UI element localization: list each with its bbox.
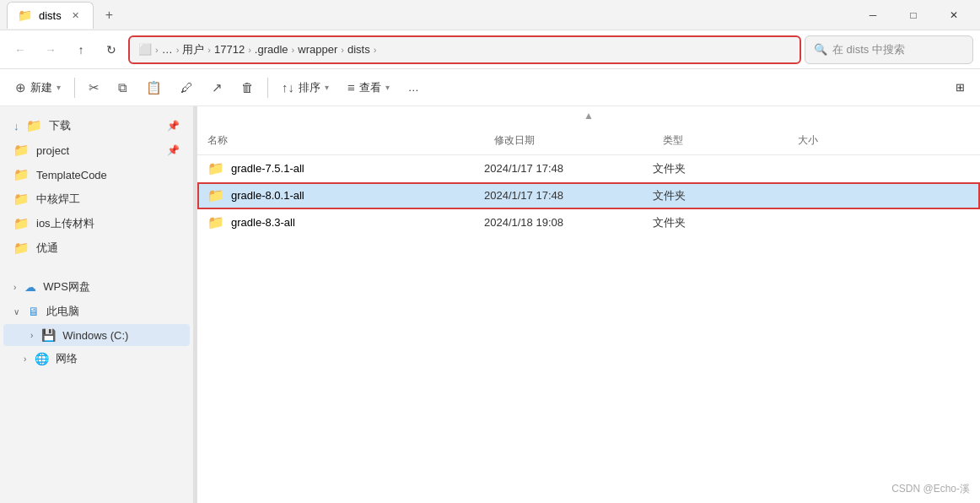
- sidebar-item-thispc[interactable]: ∨ 🖥 此电脑: [3, 300, 190, 323]
- sidebar-item-network[interactable]: › 🌐 网络: [3, 347, 190, 370]
- refresh-button[interactable]: ↻: [98, 36, 125, 63]
- sidebar: ↓ 📁 下载 📌 📁 project 📌 📁 TemplateCode 📁 中核…: [0, 106, 194, 503]
- active-tab[interactable]: 📁 dists ✕: [7, 2, 94, 29]
- sidebar-item-ios[interactable]: 📁 ios上传材料: [3, 212, 190, 235]
- close-button[interactable]: ✕: [934, 2, 973, 29]
- view-button[interactable]: ≡ 查看 ▾: [339, 73, 398, 102]
- sidebar-folder-download: 📁: [26, 118, 42, 133]
- toolbar-sep-2: [267, 78, 268, 98]
- new-dropdown-icon: ▾: [57, 83, 61, 92]
- file-row-gradle83[interactable]: 📁 gradle-8.3-all 2024/1/18 19:08 文件夹: [197, 209, 980, 236]
- file-type-gradle751: 文件夹: [653, 161, 788, 176]
- cut-button[interactable]: ✂: [80, 73, 108, 102]
- forward-button[interactable]: →: [37, 36, 64, 63]
- sidebar-folder-ios: 📁: [13, 216, 30, 231]
- search-icon: 🔍: [814, 43, 827, 56]
- tab-folder-icon: 📁: [18, 8, 32, 22]
- sort-label: 排序: [299, 80, 320, 95]
- path-users[interactable]: 用户: [182, 42, 204, 57]
- path-desktop-icon[interactable]: ⬜: [138, 43, 152, 56]
- file-date-gradle751: 2024/1/17 17:48: [484, 162, 653, 175]
- delete-icon: 🗑: [241, 80, 254, 95]
- col-header-name[interactable]: 名称: [197, 130, 484, 151]
- layout-toggle-button[interactable]: ⊞: [947, 73, 973, 102]
- sidebar-item-zhonghehangong[interactable]: 📁 中核焊工: [3, 187, 190, 211]
- folder-icon-gradle751: 📁: [207, 160, 224, 176]
- sidebar-label-network: 网络: [56, 351, 78, 366]
- col-header-date[interactable]: 修改日期: [484, 130, 653, 151]
- file-label-gradle751: gradle-7.5.1-all: [231, 162, 304, 175]
- layout-icon: ⊞: [956, 81, 965, 94]
- sidebar-item-youtong[interactable]: 📁 优通: [3, 236, 190, 260]
- watermark: CSDN @Echo-溪: [891, 482, 970, 496]
- sidebar-folder-zhonghehangong: 📁: [13, 192, 30, 207]
- file-name-gradle801: 📁 gradle-8.0.1-all: [197, 187, 484, 203]
- toolbar-sep-1: [74, 78, 75, 98]
- file-pane: ▲ 名称 修改日期 类型 大小 📁 gradle-7.5.1-all: [197, 106, 980, 503]
- search-box[interactable]: 🔍 在 dists 中搜索: [805, 35, 973, 64]
- file-date-gradle83: 2024/1/18 19:08: [484, 216, 653, 229]
- sort-icon: ↑↓: [282, 80, 294, 95]
- path-gradle[interactable]: .gradle: [255, 43, 288, 56]
- sidebar-label-zhonghehangong: 中核焊工: [36, 192, 80, 207]
- file-label-gradle83: gradle-8.3-all: [231, 216, 295, 229]
- scroll-up-arrow: ▲: [584, 110, 594, 122]
- window-controls: ─ □ ✕: [853, 2, 973, 29]
- sidebar-folder-project: 📁: [13, 143, 30, 158]
- address-bar[interactable]: ⬜ › … › 用户 › 17712 › .gradle › wrapper ›…: [128, 35, 801, 64]
- tab-area: 📁 dists ✕ +: [7, 2, 853, 29]
- network-icon: 🌐: [35, 352, 49, 365]
- sidebar-folder-youtong: 📁: [13, 241, 30, 256]
- path-17712[interactable]: 17712: [214, 43, 245, 56]
- sort-button[interactable]: ↑↓ 排序 ▾: [273, 73, 337, 102]
- back-button[interactable]: ←: [7, 36, 34, 63]
- new-label: 新建: [30, 80, 52, 95]
- sidebar-item-templatecode[interactable]: 📁 TemplateCode: [3, 163, 190, 187]
- maximize-button[interactable]: □: [894, 2, 933, 29]
- path-dists[interactable]: dists: [347, 43, 370, 56]
- col-type-label: 类型: [663, 134, 683, 146]
- path-ellipsis[interactable]: …: [162, 43, 173, 56]
- sidebar-item-wps[interactable]: › ☁ WPS网盘: [3, 275, 190, 299]
- wps-expand-icon: ›: [13, 283, 16, 292]
- sidebar-label-ios: ios上传材料: [36, 216, 94, 231]
- col-size-label: 大小: [798, 134, 818, 146]
- paste-button[interactable]: 📋: [137, 73, 170, 102]
- pin-download-icon: 📌: [167, 120, 180, 132]
- col-header-type[interactable]: 类型: [653, 130, 788, 151]
- rename-icon: 🖊: [180, 80, 193, 95]
- share-button[interactable]: ↗: [203, 73, 231, 102]
- new-tab-button[interactable]: +: [100, 6, 118, 24]
- copy-button[interactable]: ⧉: [110, 73, 136, 102]
- delete-button[interactable]: 🗑: [233, 73, 262, 102]
- file-name-gradle83: 📁 gradle-8.3-all: [197, 214, 484, 230]
- path-wrapper[interactable]: wrapper: [298, 43, 337, 56]
- search-placeholder: 在 dists 中搜索: [832, 42, 905, 57]
- sidebar-label-project: project: [36, 144, 69, 157]
- minimize-button[interactable]: ─: [853, 2, 892, 29]
- nav-bar: ← → ↑ ↻ ⬜ › … › 用户 › 17712 › .gradle › w…: [0, 30, 980, 69]
- paste-icon: 📋: [146, 80, 162, 95]
- windows-drive-icon: 💾: [41, 328, 56, 342]
- title-bar: 📁 dists ✕ + ─ □ ✕: [0, 0, 980, 30]
- sidebar-item-windows-c[interactable]: › 💾 Windows (C:): [3, 324, 190, 346]
- up-button[interactable]: ↑: [67, 36, 94, 63]
- file-row-gradle751[interactable]: 📁 gradle-7.5.1-all 2024/1/17 17:48 文件夹: [197, 155, 980, 182]
- file-row-gradle801[interactable]: 📁 gradle-8.0.1-all 2024/1/17 17:48 文件夹: [197, 182, 980, 209]
- view-dropdown-icon: ▾: [385, 83, 390, 92]
- folder-icon-gradle801: 📁: [207, 187, 224, 203]
- sidebar-folder-templatecode: 📁: [13, 167, 30, 182]
- col-header-size[interactable]: 大小: [788, 130, 889, 151]
- rename-button[interactable]: 🖊: [172, 73, 202, 102]
- tab-close-button[interactable]: ✕: [68, 8, 83, 23]
- thispc-expand-icon: ∨: [13, 307, 19, 316]
- copy-icon: ⧉: [118, 80, 127, 95]
- file-type-gradle83: 文件夹: [653, 215, 788, 230]
- wps-cloud-icon: ☁: [24, 280, 36, 294]
- new-button[interactable]: ⊕ 新建 ▾: [7, 73, 69, 102]
- sidebar-item-project[interactable]: 📁 project 📌: [3, 138, 190, 162]
- sidebar-item-download[interactable]: ↓ 📁 下载 📌: [3, 114, 190, 138]
- more-button[interactable]: …: [400, 73, 428, 102]
- file-type-gradle801: 文件夹: [653, 188, 788, 203]
- main-area: ↓ 📁 下载 📌 📁 project 📌 📁 TemplateCode 📁 中核…: [0, 106, 980, 503]
